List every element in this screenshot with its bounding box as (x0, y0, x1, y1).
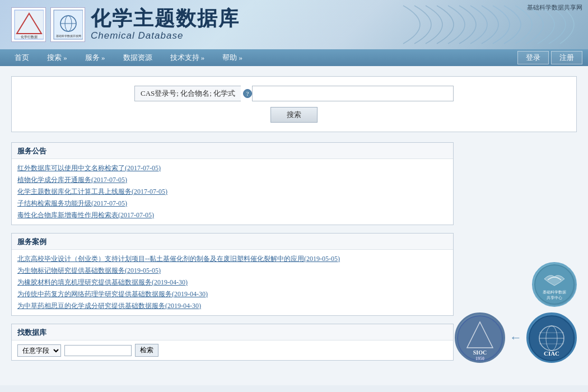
logo-chem-left: 化学行数据 (11, 7, 46, 42)
site-title-english: Chemical Database (91, 30, 240, 41)
search-button[interactable]: 搜索 (270, 107, 318, 123)
header-top-right-text: 基础科学数据共享网 (527, 3, 582, 12)
case-item-3[interactable]: 为传统中药复方的网络药理学研究提供基础数据服务(2019-04-30) (17, 288, 447, 300)
register-button[interactable]: 注册 (551, 51, 582, 64)
main-nav: 首页 搜索 » 服务 » 数据资源 技术支持 » 帮助 » 登录 注册 (0, 49, 588, 66)
logos-bottom-row: SIOC 1950 ← (455, 312, 577, 363)
search-input[interactable] (252, 86, 454, 101)
header-logos: 化学行数据 基础科学数据开发网 (11, 7, 85, 42)
case-item-2[interactable]: 为橡胶材料的填充机理研究提供基础数据服务(2019-04-30) (17, 277, 447, 288)
logo-sioc: SIOC 1950 (455, 312, 505, 363)
page-header: 化学行数据 基础科学数据开发网 化学主题数据库 Chemical Databas… (0, 0, 588, 49)
header-title-block: 化学主题数据库 Chemical Database (91, 8, 240, 41)
announcement-item-3[interactable]: 子结构检索服务功能升级(2017-07-05) (17, 198, 447, 209)
nav-item-services[interactable]: 服务 » (76, 49, 114, 66)
find-db-panel: 找数据库 任意字段 检索 (11, 324, 454, 361)
case-item-4[interactable]: 为中草药相思豆的化学成分研究提供基础数据服务(2019-04-30) (17, 300, 447, 312)
find-db-row: 任意字段 检索 (12, 340, 453, 360)
arrow-between-logos: ← (510, 330, 522, 345)
bottom-logos: 基础科学数据 共享中心 SIOC 1950 (455, 262, 577, 363)
find-db-title: 找数据库 (12, 324, 453, 340)
nav-item-data[interactable]: 数据资源 (114, 49, 161, 66)
content-left: 服务公告 红外数据库可以使用中文名称检索了(2017-07-05) 植物化学成分… (11, 142, 454, 368)
nav-auth-buttons: 登录 注册 (517, 51, 582, 64)
announcements-title: 服务公告 (12, 143, 453, 159)
announcement-item-0[interactable]: 红外数据库可以使用中文名称检索了(2017-07-05) (17, 162, 447, 174)
announcement-item-1[interactable]: 植物化学成分库开通服务(2017-07-05) (17, 174, 447, 186)
cases-title: 服务案例 (12, 234, 453, 250)
nav-items-left: 首页 搜索 » 服务 » 数据资源 技术支持 » 帮助 » (6, 49, 517, 66)
nav-item-tech[interactable]: 技术支持 » (161, 49, 214, 66)
search-help-icon[interactable]: ? (243, 89, 252, 98)
svg-text:1950: 1950 (475, 356, 484, 361)
svg-text:SIOC: SIOC (473, 349, 487, 356)
search-label: CAS登录号; 化合物名; 化学式 (134, 86, 241, 101)
find-db-input[interactable] (64, 345, 132, 356)
nav-item-search[interactable]: 搜索 » (38, 49, 76, 66)
content-right-logos: 基础科学数据 共享中心 SIOC 1950 (454, 142, 577, 368)
site-title-chinese: 化学主题数据库 (91, 8, 240, 30)
logo-science-right: 基础科学数据开发网 (50, 7, 85, 42)
search-row: CAS登录号; 化合物名; 化学式 ? (23, 86, 565, 101)
main-content: CAS登录号; 化合物名; 化学式 ? 搜索 服务公告 红外数据库可以使用中文名… (0, 66, 588, 385)
announcements-body: 红外数据库可以使用中文名称检索了(2017-07-05) 植物化学成分库开通服务… (12, 159, 453, 225)
svg-text:基础科学数据开发网: 基础科学数据开发网 (56, 34, 81, 38)
logo-circle-top: 基础科学数据 共享中心 (532, 262, 577, 307)
announcement-item-2[interactable]: 化学主题数据库化工计算工具上线服务(2017-07-05) (17, 186, 447, 198)
announcement-item-4[interactable]: 毒性化合物库新增毒性作用检索表(2017-07-05) (17, 209, 447, 221)
case-item-1[interactable]: 为生物标记物研究提供基础数据服务(2019-05-05) (17, 265, 447, 277)
svg-text:化学行数据: 化学行数据 (21, 35, 38, 39)
find-db-button[interactable]: 检索 (135, 344, 158, 357)
find-db-select[interactable]: 任意字段 (17, 344, 61, 357)
announcements-panel: 服务公告 红外数据库可以使用中文名称检索了(2017-07-05) 植物化学成分… (11, 142, 454, 225)
logo-ciac: CIAC (526, 312, 577, 363)
cases-body: 北京高校毕业设计（创业类）支持计划项目--黏土基催化剂的制备及在废旧塑料催化裂解… (12, 250, 453, 315)
nav-item-help[interactable]: 帮助 » (213, 49, 251, 66)
login-button[interactable]: 登录 (517, 51, 549, 64)
svg-text:CIAC: CIAC (544, 350, 559, 357)
svg-text:基础科学数据: 基础科学数据 (543, 290, 566, 295)
cases-panel: 服务案例 北京高校毕业设计（创业类）支持计划项目--黏土基催化剂的制备及在废旧塑… (11, 233, 454, 316)
search-area: CAS登录号; 化合物名; 化学式 ? 搜索 (11, 76, 577, 132)
case-item-0[interactable]: 北京高校毕业设计（创业类）支持计划项目--黏土基催化剂的制备及在废旧塑料催化裂解… (17, 253, 447, 265)
content-area: 服务公告 红外数据库可以使用中文名称检索了(2017-07-05) 植物化学成分… (11, 142, 577, 368)
svg-text:共享中心: 共享中心 (547, 296, 562, 300)
nav-item-home[interactable]: 首页 (6, 49, 38, 66)
